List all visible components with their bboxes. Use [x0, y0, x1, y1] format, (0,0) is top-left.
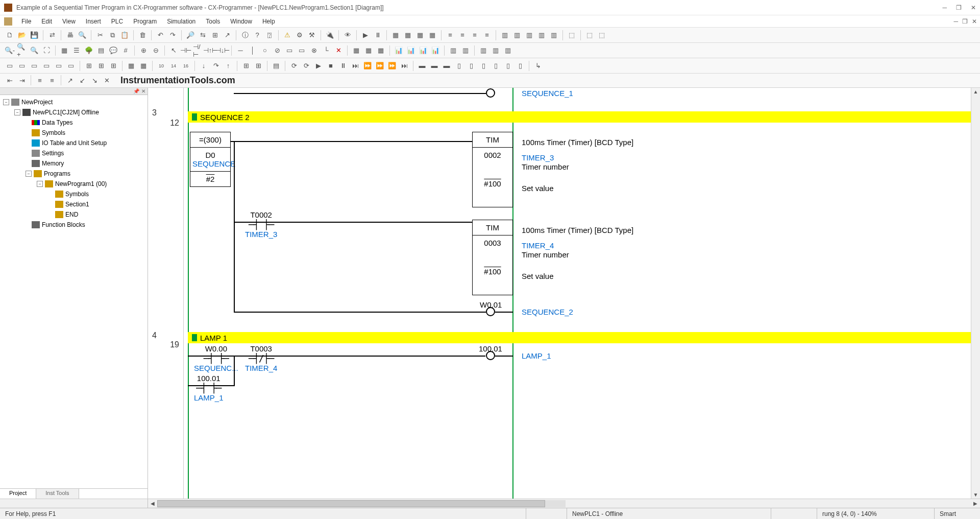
branch-icon[interactable]: └ [321, 45, 332, 56]
contact-n-icon[interactable]: ⊣↓⊢ [217, 45, 228, 56]
dbg1-icon[interactable]: ⊞ [240, 60, 252, 72]
rung3-icon[interactable]: ≡ [469, 30, 480, 41]
run-icon[interactable]: ▶ [360, 30, 371, 41]
tim1-instruction[interactable]: TIM 0002 #100 [472, 132, 513, 207]
grid-icon[interactable]: ▦ [59, 45, 70, 56]
copy-icon[interactable]: ⧉ [107, 30, 118, 41]
contact-10001[interactable]: 100.01 ─┤ ├─ LAMP_1 [194, 374, 224, 402]
win6-icon[interactable]: ▭ [65, 60, 77, 72]
menu-program[interactable]: Program [128, 16, 162, 27]
align9-icon[interactable]: ▯ [514, 60, 526, 72]
col3-icon[interactable]: ▥ [524, 30, 535, 41]
tree-toggle[interactable]: − [3, 99, 9, 105]
step-in-icon[interactable]: ↓ [198, 60, 209, 72]
goto-icon[interactable]: ↗ [222, 30, 233, 41]
tim2-instruction[interactable]: TIM 0003 #100 [472, 220, 513, 295]
mdi-restore-button[interactable]: ❐ [962, 18, 968, 25]
mem3-icon[interactable]: ▥ [478, 45, 489, 56]
step-over-icon[interactable]: ↷ [210, 60, 222, 72]
menu-window[interactable]: Window [225, 16, 257, 27]
coil-nc-icon[interactable]: ⊘ [272, 45, 283, 56]
tree-close-icon[interactable]: ✕ [141, 88, 145, 94]
zoom100-icon[interactable]: 🔍 [29, 45, 40, 56]
not-icon[interactable]: ⊗ [308, 45, 320, 56]
ff1-icon[interactable]: ⏩ [362, 60, 373, 72]
align8-icon[interactable]: ▯ [502, 60, 513, 72]
play2-icon[interactable]: ⟳ [301, 60, 312, 72]
delete-icon[interactable]: 🗑 [137, 30, 148, 41]
cmp-instruction[interactable]: =(300) D0 SEQUENCE #2 [190, 132, 231, 187]
sim2-icon[interactable]: ▦ [363, 45, 374, 56]
scroll-up-icon[interactable]: ▲ [973, 89, 978, 95]
contact-t0003[interactable]: T0003 ─┤/├─ TIMER_4 [245, 344, 277, 372]
menu-help[interactable]: Help [257, 16, 280, 27]
align2-icon[interactable]: ▬ [429, 60, 440, 72]
rung4-icon[interactable]: ≡ [481, 30, 493, 41]
arrow1-icon[interactable]: ↗ [64, 75, 76, 86]
align1-icon[interactable]: ▬ [416, 60, 428, 72]
sim3-icon[interactable]: ▦ [375, 45, 386, 56]
arrow2-icon[interactable]: ↙ [77, 75, 88, 86]
dbg2-icon[interactable]: ⊞ [253, 60, 264, 72]
tree-programs[interactable]: Programs [44, 170, 70, 177]
step-out-icon[interactable]: ↑ [223, 60, 234, 72]
new-icon[interactable]: 🗋 [4, 30, 15, 41]
zoomout-icon[interactable]: 🔍- [4, 45, 15, 56]
tree-end[interactable]: END [65, 211, 78, 218]
mdi-close-button[interactable]: ✕ [972, 18, 977, 25]
net1-icon[interactable]: ⊞ [83, 60, 94, 72]
misc2-icon[interactable]: ⬚ [584, 30, 595, 41]
contact-no-icon[interactable]: ⊣⊢ [180, 45, 191, 56]
net2-icon[interactable]: ⊞ [95, 60, 107, 72]
horizontal-scrollbar[interactable] [157, 500, 566, 507]
bit16-icon[interactable]: 16 [180, 60, 191, 72]
find-icon[interactable]: 🔎 [185, 30, 196, 41]
tree-settings[interactable]: Settings [42, 150, 64, 157]
coil-no-icon[interactable]: ○ [259, 45, 271, 56]
ff3-icon[interactable]: ⏩ [386, 60, 398, 72]
xref-icon[interactable]: ⊞ [209, 30, 220, 41]
hline-icon[interactable]: ─ [235, 45, 246, 56]
minimize-button[interactable]: ─ [942, 4, 947, 11]
view2-icon[interactable]: ▦ [402, 30, 413, 41]
link-icon[interactable]: ↳ [532, 60, 544, 72]
tree-plc[interactable]: NewPLC1[CJ2M] Offline [33, 109, 99, 116]
tree-fb[interactable]: Function Blocks [42, 221, 85, 228]
tab-insttools[interactable]: Inst Tools [36, 489, 79, 499]
tree-symbols[interactable]: Symbols [42, 129, 65, 136]
sim1-icon[interactable]: ▦ [351, 45, 362, 56]
inst-icon[interactable]: ▭ [284, 45, 295, 56]
scroll-right-icon[interactable]: ▶ [971, 501, 980, 506]
pause2-icon[interactable]: ⏸ [337, 60, 349, 72]
align6-icon[interactable]: ▯ [478, 60, 489, 72]
dbg3-icon[interactable]: ▤ [271, 60, 282, 72]
tree-toggle[interactable]: − [37, 181, 43, 187]
end-icon[interactable]: ⏭ [399, 60, 410, 72]
trace4-icon[interactable]: 📊 [430, 45, 441, 56]
contact-p-icon[interactable]: ⊣↑⊢ [205, 45, 216, 56]
help-icon[interactable]: ? [252, 30, 263, 41]
win4-icon[interactable]: ▭ [41, 60, 52, 72]
play-icon[interactable]: ▶ [313, 60, 324, 72]
menu-edit[interactable]: Edit [36, 16, 57, 27]
warn-icon[interactable]: ⚠ [282, 30, 293, 41]
tree-datatypes[interactable]: Data Types [42, 119, 72, 126]
context-help-icon[interactable]: ⍰ [264, 30, 275, 41]
cut-icon[interactable]: ✂ [94, 30, 106, 41]
close-button[interactable]: ✕ [971, 4, 976, 11]
preview-icon[interactable]: 🔍 [77, 30, 88, 41]
func-icon[interactable]: ▭ [296, 45, 307, 56]
win1-icon[interactable]: ▭ [4, 60, 15, 72]
next-icon[interactable]: ⏭ [350, 60, 361, 72]
contact-nc-icon[interactable]: ⊣/⊢ [192, 45, 204, 56]
pause-icon[interactable]: ⏸ [372, 30, 383, 41]
cal1-icon[interactable]: ▦ [126, 60, 137, 72]
col2-icon[interactable]: ▥ [511, 30, 523, 41]
view3-icon[interactable]: ▦ [414, 30, 426, 41]
trace1-icon[interactable]: 📊 [393, 45, 404, 56]
align3-icon[interactable]: ▬ [441, 60, 452, 72]
ladder-canvas[interactable]: SEQUENCE_1 SEQUENCE 2 =(300) D0 SEQUENCE… [184, 88, 971, 499]
info-icon[interactable]: ⓘ [239, 30, 251, 41]
tree-pin-icon[interactable]: 📌 [133, 88, 139, 94]
misc3-icon[interactable]: ⬚ [596, 30, 607, 41]
